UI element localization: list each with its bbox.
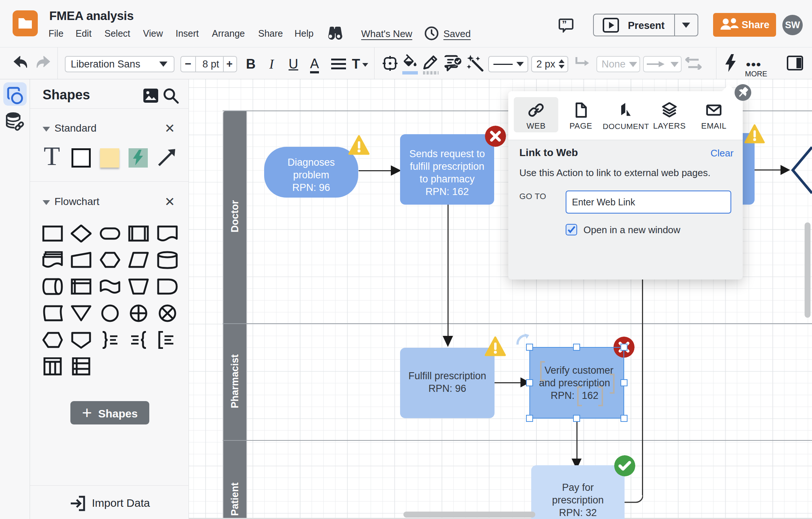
svg-text:”: ” [562, 19, 567, 30]
